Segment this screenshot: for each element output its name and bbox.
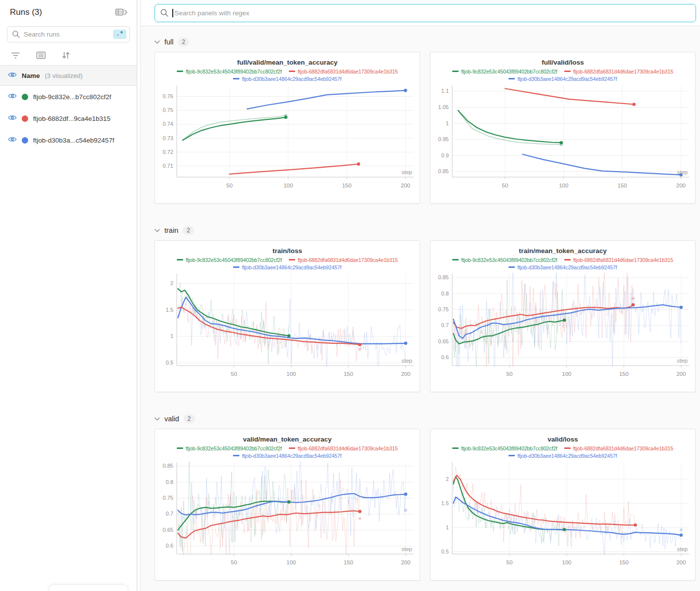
workspace-main: Search panels with regex full2full/valid… [140, 0, 700, 591]
chart-panel-full-valid-loss[interactable]: full/valid/lossftjob-9c832e53c45043f8940… [430, 52, 696, 204]
legend-item[interactable]: ftjob-d30b3aee14864c29acd9ac54eb92457f [508, 453, 617, 459]
chart-plot[interactable]: 0.850.90.9511.051.150100150200step [430, 82, 696, 201]
svg-text:0.85: 0.85 [438, 274, 449, 280]
svg-text:50: 50 [506, 559, 513, 565]
legend-item[interactable]: ftjob-d30b3aee14864c29acd9ac54eb92457f [508, 264, 617, 270]
panel-row: valid/mean_token_accuracyftjob-9c832e53c… [155, 429, 696, 581]
x-axis-step-label: step [677, 358, 688, 364]
legend-item[interactable]: ftjob-9c832e53c45043f89402bb7cc802cf2f [177, 69, 282, 74]
section-header-valid[interactable]: valid2 [155, 414, 696, 424]
svg-text:150: 150 [619, 371, 628, 377]
chart-legend: ftjob-9c832e53c45043f89402bb7cc802cf2fft… [430, 444, 695, 459]
run-row[interactable]: ftjob-6882df...9ca4e1b315 [0, 108, 137, 129]
svg-text:200: 200 [401, 559, 410, 565]
chart-panel-train-loss[interactable]: train/lossftjob-9c832e53c45043f89402bb7c… [155, 240, 420, 392]
filter-icon[interactable] [11, 52, 20, 59]
section-header-train[interactable]: train2 [155, 225, 696, 235]
svg-text:0.7: 0.7 [166, 511, 173, 517]
chart-panel-full-valid-mean-token-accuracy[interactable]: full/valid/mean_token_accuracyftjob-9c83… [155, 52, 420, 204]
chart-title: valid/loss [430, 436, 695, 443]
section-label: train [164, 226, 178, 234]
chart-plot[interactable]: 0.60.650.70.750.80.8550100150200step [155, 459, 420, 578]
svg-text:0.5: 0.5 [441, 549, 449, 554]
workspace-topbar: Search panels with regex [141, 0, 700, 26]
svg-text:0.6: 0.6 [441, 354, 449, 360]
svg-text:100: 100 [286, 371, 296, 377]
chart-panel-valid-loss[interactable]: valid/lossftjob-9c832e53c45043f89402bb7c… [430, 429, 696, 581]
svg-text:50: 50 [506, 371, 513, 377]
run-color-dot [22, 137, 28, 144]
svg-text:0.65: 0.65 [438, 338, 449, 344]
legend-item[interactable]: ftjob-d30b3aee14864c29acd9ac54eb92457f [508, 76, 617, 82]
chart-plot[interactable]: 0.710.720.730.740.750.7650100150200step [155, 82, 420, 201]
svg-text:0.75: 0.75 [163, 107, 173, 113]
visibility-eye-icon[interactable] [8, 114, 17, 123]
legend-item[interactable]: ftjob-6882dfa6831d4d6dae17309ca4e1b315 [289, 257, 398, 263]
sort-icon[interactable] [62, 51, 71, 59]
legend-item[interactable]: ftjob-d30b3aee14864c29acd9ac54eb92457f [233, 264, 342, 270]
chart-panel-train-mean-token-accuracy[interactable]: train/mean_token_accuracyftjob-9c832e53c… [430, 240, 696, 392]
x-axis-step-label: step [401, 169, 412, 175]
tooltip-popup [49, 585, 127, 591]
svg-text:0.6: 0.6 [166, 543, 173, 549]
svg-text:0.8: 0.8 [441, 291, 449, 296]
legend-item[interactable]: ftjob-6882dfa6831d4d6dae17309ca4e1b315 [564, 69, 673, 74]
legend-item[interactable]: ftjob-9c832e53c45043f89402bb7cc802cf2f [177, 445, 282, 451]
columns-list-icon[interactable] [36, 51, 46, 59]
panel-row: full/valid/mean_token_accuracyftjob-9c83… [155, 52, 696, 204]
section-count-badge: 2 [183, 226, 194, 235]
text-cursor [172, 9, 173, 17]
svg-text:0.72: 0.72 [163, 149, 173, 155]
legend-item[interactable]: ftjob-6882dfa6831d4d6dae17309ca4e1b315 [564, 445, 673, 451]
expand-runs-table-icon[interactable] [115, 8, 128, 17]
run-color-dot [22, 115, 28, 122]
visibility-eye-icon[interactable] [8, 136, 17, 145]
svg-text:0.9: 0.9 [441, 152, 449, 158]
legend-item[interactable]: ftjob-6882dfa6831d4d6dae17309ca4e1b315 [289, 445, 398, 451]
chart-legend: ftjob-9c832e53c45043f89402bb7cc802cf2fft… [430, 256, 695, 271]
panel-search-input[interactable]: Search panels with regex [155, 4, 696, 22]
legend-item[interactable]: ftjob-9c832e53c45043f89402bb7cc802cf2f [177, 257, 282, 263]
svg-text:200: 200 [676, 183, 686, 188]
svg-text:1.5: 1.5 [441, 500, 449, 506]
name-column-label: Name [22, 72, 40, 79]
legend-item[interactable]: ftjob-9c832e53c45043f89402bb7cc802cf2f [452, 257, 557, 263]
chart-plot[interactable]: 0.511.5250100150200step [155, 271, 420, 389]
svg-text:0.85: 0.85 [438, 168, 449, 174]
run-row[interactable]: ftjob-d30b3a...c54eb92457f [0, 129, 137, 151]
legend-item[interactable]: ftjob-9c832e53c45043f89402bb7cc802cf2f [452, 445, 557, 451]
svg-text:0.5: 0.5 [166, 360, 173, 366]
svg-text:150: 150 [344, 559, 353, 565]
chart-title: full/valid/loss [430, 59, 695, 66]
legend-item[interactable]: ftjob-d30b3aee14864c29acd9ac54eb92457f [233, 453, 342, 459]
chevron-down-icon [155, 229, 160, 232]
chart-plot[interactable]: 0.60.650.70.750.80.8550100150200step [430, 271, 696, 389]
chevron-down-icon [155, 417, 160, 421]
visibility-eye-icon[interactable] [8, 92, 17, 101]
search-icon [12, 30, 20, 38]
regex-toggle-button[interactable]: .* [113, 30, 126, 39]
svg-text:0.7: 0.7 [441, 322, 449, 328]
svg-text:0.75: 0.75 [163, 495, 173, 501]
svg-text:50: 50 [231, 559, 237, 565]
section-count-badge: 2 [178, 37, 190, 46]
chart-panel-valid-mean-token-accuracy[interactable]: valid/mean_token_accuracyftjob-9c832e53c… [155, 429, 420, 581]
legend-item[interactable]: ftjob-d30b3aee14864c29acd9ac54eb92457f [233, 76, 342, 82]
svg-text:50: 50 [231, 371, 237, 377]
svg-text:0.95: 0.95 [438, 136, 449, 142]
run-search-input[interactable] [24, 31, 113, 38]
svg-text:100: 100 [562, 559, 571, 565]
x-axis-step-label: step [401, 546, 412, 552]
x-axis-step-label: step [401, 358, 412, 364]
run-name-label: ftjob-d30b3a...c54eb92457f [33, 137, 114, 144]
visibility-all-eye-icon[interactable] [8, 71, 17, 80]
svg-text:150: 150 [619, 559, 628, 565]
legend-item[interactable]: ftjob-6882dfa6831d4d6dae17309ca4e1b315 [289, 69, 398, 74]
svg-text:0.74: 0.74 [163, 121, 173, 127]
section-header-full[interactable]: full2 [155, 37, 696, 47]
legend-item[interactable]: ftjob-9c832e53c45043f89402bb7cc802cf2f [452, 69, 557, 74]
legend-item[interactable]: ftjob-6882dfa6831d4d6dae17309ca4e1b315 [564, 257, 673, 263]
chart-legend: ftjob-9c832e53c45043f89402bb7cc802cf2fft… [430, 68, 695, 82]
run-row[interactable]: ftjob-9c832e...b7cc802cf2f [0, 86, 137, 108]
chart-plot[interactable]: 0.511.5250100150200step [430, 459, 696, 578]
